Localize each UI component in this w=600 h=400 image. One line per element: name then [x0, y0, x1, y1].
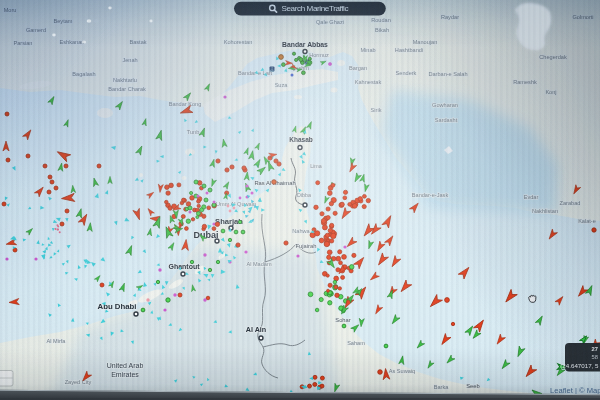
svg-text:As Suwaiq: As Suwaiq: [389, 368, 415, 374]
svg-text:Khasab: Khasab: [289, 136, 313, 143]
svg-text:Bandar Abbas: Bandar Abbas: [282, 41, 328, 48]
svg-text:Umm Al Quwain: Umm Al Quwain: [216, 201, 256, 207]
svg-text:United Arab: United Arab: [107, 362, 144, 369]
svg-text:Manoujan: Manoujan: [413, 39, 438, 45]
svg-text:Al Ain: Al Ain: [246, 325, 267, 334]
svg-text:Minab: Minab: [360, 47, 375, 53]
svg-text:Sardasht: Sardasht: [435, 117, 458, 123]
svg-text:Bagalash: Bagalash: [72, 71, 95, 77]
svg-text:Bandar Kong: Bandar Kong: [169, 101, 202, 107]
svg-text:Barka: Barka: [434, 384, 450, 390]
svg-text:Darban-e Salah: Darban-e Salah: [428, 71, 467, 77]
svg-text:Zarabad: Zarabad: [560, 200, 581, 206]
svg-text:Evdar: Evdar: [524, 194, 539, 200]
svg-text:Golmorti: Golmorti: [572, 14, 593, 20]
svg-text:Kohorestan: Kohorestan: [224, 39, 253, 45]
svg-text:Gowharan: Gowharan: [432, 102, 458, 108]
svg-text:Nahwa: Nahwa: [292, 228, 310, 234]
svg-text:Al Mirfa: Al Mirfa: [47, 338, 67, 344]
svg-text:Beytam: Beytam: [54, 18, 73, 24]
svg-text:Seeb: Seeb: [466, 383, 480, 389]
svg-text:Eshkanan: Eshkanan: [60, 39, 85, 45]
svg-text:Kahnestak: Kahnestak: [355, 79, 382, 85]
svg-text:Sohar: Sohar: [335, 317, 351, 323]
svg-text:Jenah: Jenah: [122, 57, 137, 63]
svg-text:Dibba: Dibba: [297, 192, 311, 198]
svg-text:Gamerd: Gamerd: [26, 27, 46, 33]
svg-text:Moru: Moru: [4, 7, 17, 13]
svg-text:Al Madam: Al Madam: [246, 261, 272, 267]
svg-text:Lima: Lima: [310, 163, 322, 169]
svg-text:Konj: Konj: [545, 89, 556, 95]
svg-text:Hashtbandi: Hashtbandi: [395, 47, 423, 53]
svg-text:Bikah: Bikah: [375, 27, 389, 33]
svg-text:Bandar-e-Jask: Bandar-e-Jask: [412, 192, 449, 198]
svg-text:Hormuz: Hormuz: [309, 52, 329, 58]
svg-text:Saham: Saham: [347, 340, 365, 346]
svg-text:Search MarineTraffic: Search MarineTraffic: [282, 4, 349, 13]
svg-text:58: 58: [592, 354, 598, 360]
svg-text:(24.647017, 5: (24.647017, 5: [560, 362, 599, 369]
svg-text:Sirik: Sirik: [371, 107, 382, 113]
svg-text:Nakhlistan: Nakhlistan: [532, 208, 558, 214]
svg-text:Rameshk: Rameshk: [513, 79, 537, 85]
svg-text:Parsian: Parsian: [14, 40, 33, 46]
svg-text:Bandar Charak: Bandar Charak: [108, 86, 146, 92]
svg-text:⚓: ⚓: [269, 66, 275, 73]
svg-text:Nakhtarlu: Nakhtarlu: [113, 77, 137, 83]
svg-text:Zayed City: Zayed City: [65, 379, 92, 385]
svg-text:Bargan: Bargan: [349, 65, 367, 71]
svg-text:Raydar: Raydar: [441, 14, 459, 20]
svg-text:Fujairah: Fujairah: [296, 243, 317, 249]
svg-text:Ghantout: Ghantout: [168, 263, 200, 270]
svg-text:Suza: Suza: [275, 82, 289, 88]
svg-text:Tunb: Tunb: [187, 129, 200, 135]
svg-text:27: 27: [592, 346, 598, 352]
svg-text:Chegerdak: Chegerdak: [539, 54, 567, 60]
svg-text:Qale Ghazi: Qale Ghazi: [316, 19, 344, 25]
svg-text:Kalat-e: Kalat-e: [578, 218, 596, 224]
svg-text:Emirates: Emirates: [111, 371, 139, 378]
svg-text:Bastak: Bastak: [129, 39, 146, 45]
svg-text:Senderk: Senderk: [396, 70, 417, 76]
svg-text:Roudan: Roudan: [371, 17, 391, 23]
